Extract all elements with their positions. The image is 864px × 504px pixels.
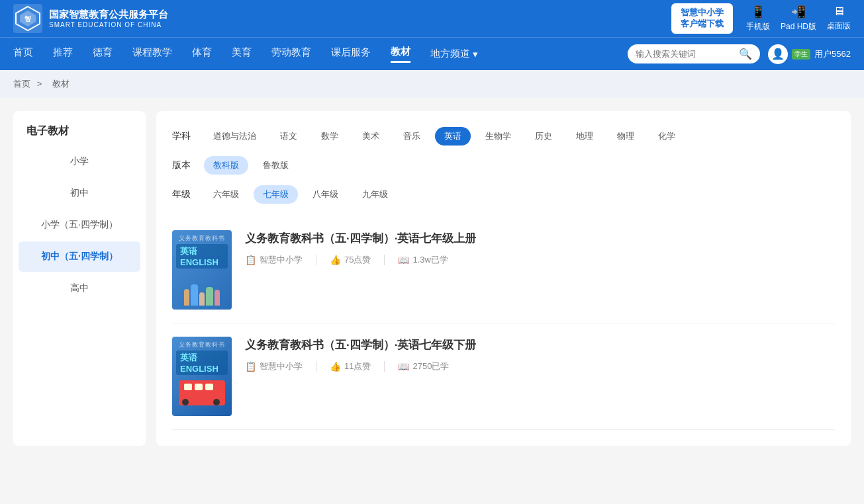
- filter-subject-row: 学科 道德与法治 语文 数学 美术 音乐 英语 生物学 历史 地理 物理 化学: [172, 127, 835, 146]
- search-input[interactable]: [636, 49, 735, 59]
- bus-shape: [179, 380, 225, 405]
- filter-subject-tags: 道德与法治 语文 数学 美术 音乐 英语 生物学 历史 地理 物理 化学: [204, 127, 685, 146]
- book-cover-2[interactable]: 义务教育教科书 英语 ENGLISH: [172, 337, 232, 416]
- logo-icon: 智: [13, 4, 42, 33]
- breadcrumb: 首页 > 教材: [0, 70, 864, 98]
- meta-divider-4: [384, 361, 385, 372]
- nav-arts[interactable]: 美育: [232, 46, 252, 62]
- book-meta-2: 📋 智慧中小学 👍 11点赞 📖 2750已学: [245, 360, 835, 372]
- sidebar: 电子教材 小学 初中 小学（五·四学制） 初中（五·四学制） 高中: [13, 111, 146, 446]
- meta-divider-3: [316, 361, 316, 372]
- book-likes-2: 👍 11点赞: [330, 360, 371, 372]
- tag-chinese[interactable]: 语文: [271, 127, 307, 146]
- avatar: 👤: [768, 44, 788, 64]
- nav-local-channel[interactable]: 地方频道 ▾: [430, 48, 478, 60]
- breadcrumb-home[interactable]: 首页: [13, 79, 30, 89]
- sidebar-item-high[interactable]: 高中: [19, 273, 140, 304]
- mobile-device[interactable]: 📱 手机版: [746, 5, 770, 32]
- pad-device[interactable]: 📲 Pad HD版: [781, 5, 816, 32]
- tag-english[interactable]: 英语: [435, 127, 471, 146]
- book-item-2: 义务教育教科书 英语 ENGLISH: [172, 323, 835, 430]
- filter-subject-label: 学科: [172, 130, 199, 142]
- mobile-icon: 📱: [751, 5, 765, 19]
- tag-grade-6[interactable]: 六年级: [204, 185, 248, 204]
- meta-divider-2: [384, 255, 385, 265]
- book-publisher-1: 📋 智慧中小学: [245, 254, 303, 266]
- breadcrumb-separator: >: [37, 79, 44, 89]
- book-info-2: 义务教育教科书（五·四学制）·英语七年级下册 📋 智慧中小学 👍 11点赞: [245, 337, 835, 372]
- tag-geography[interactable]: 地理: [567, 127, 602, 146]
- main-content: 电子教材 小学 初中 小学（五·四学制） 初中（五·四学制） 高中 学科 道德与…: [0, 98, 864, 459]
- top-right: 智慧中小学 客户端下载 📱 手机版 📲 Pad HD版 🖥 桌面版: [671, 3, 851, 34]
- reads-icon-2: 📖: [398, 361, 409, 372]
- filter-grade-label: 年级: [172, 189, 199, 200]
- tag-lujiao[interactable]: 鲁教版: [254, 156, 298, 175]
- publisher-icon: 📋: [245, 255, 256, 265]
- breadcrumb-current: 教材: [52, 79, 70, 89]
- tag-jiaoke[interactable]: 教科版: [204, 156, 248, 175]
- search-button[interactable]: 🔍: [739, 48, 752, 60]
- tag-moral-law[interactable]: 道德与法治: [204, 127, 265, 146]
- search-box: 🔍: [628, 44, 760, 63]
- nav-textbook[interactable]: 教材: [391, 46, 410, 63]
- likes-icon-2: 👍: [330, 361, 341, 372]
- desktop-device[interactable]: 🖥 桌面版: [827, 5, 851, 32]
- dropdown-arrow-icon: ▾: [473, 48, 478, 60]
- tag-biology[interactable]: 生物学: [476, 127, 520, 146]
- book-meta-1: 📋 智慧中小学 👍 75点赞 📖 1.3w已学: [245, 254, 835, 266]
- tag-history[interactable]: 历史: [526, 127, 561, 146]
- tag-music[interactable]: 音乐: [394, 127, 430, 146]
- pad-icon: 📲: [791, 5, 806, 19]
- filter-edition-tags: 教科版 鲁教版: [204, 156, 298, 175]
- tag-physics[interactable]: 物理: [608, 127, 644, 146]
- filter-grade-row: 年级 六年级 七年级 八年级 九年级: [172, 185, 835, 204]
- tag-grade-9[interactable]: 九年级: [353, 185, 397, 204]
- meta-divider: [316, 255, 316, 265]
- book-title-2[interactable]: 义务教育教科书（五·四学制）·英语七年级下册: [245, 337, 835, 354]
- tag-grade-8[interactable]: 八年级: [303, 185, 348, 204]
- nav-moral[interactable]: 德育: [93, 46, 113, 62]
- tag-math[interactable]: 数学: [312, 127, 348, 146]
- content-panel: 学科 道德与法治 语文 数学 美术 音乐 英语 生物学 历史 地理 物理 化学 …: [156, 111, 851, 446]
- svg-text:智: 智: [24, 15, 31, 22]
- book-reads-2: 📖 2750已学: [398, 360, 449, 372]
- tag-art[interactable]: 美术: [353, 127, 389, 146]
- nav-recommend[interactable]: 推荐: [53, 46, 73, 62]
- book-info-1: 义务教育教科书（五·四学制）·英语七年级上册 📋 智慧中小学 👍 75点赞: [245, 230, 835, 266]
- device-links: 📱 手机版 📲 Pad HD版 🖥 桌面版: [746, 5, 851, 32]
- book-list: 义务教育教科书 英语 ENGLISH: [172, 217, 835, 430]
- user-area: 👤 学生 用户5562: [768, 44, 851, 64]
- nav-home[interactable]: 首页: [13, 46, 33, 62]
- book-reads-1: 📖 1.3w已学: [398, 254, 448, 266]
- user-badge: 学生: [792, 49, 810, 60]
- sidebar-item-middle-54[interactable]: 初中（五·四学制）: [19, 241, 140, 272]
- logo-text: 国家智慧教育公共服务平台 SMART EDUCATION OF CHINA: [49, 8, 168, 30]
- desktop-icon: 🖥: [833, 5, 845, 19]
- publisher-icon-2: 📋: [245, 361, 256, 372]
- sidebar-item-primary[interactable]: 小学: [19, 146, 140, 177]
- username: 用户5562: [814, 48, 851, 60]
- nav-labor[interactable]: 劳动教育: [271, 46, 311, 62]
- tag-chemistry[interactable]: 化学: [649, 127, 685, 146]
- bus-windows: [179, 380, 225, 394]
- sidebar-item-middle[interactable]: 初中: [19, 178, 140, 208]
- nav-links: 首页 推荐 德育 课程教学 体育 美育 劳动教育 课后服务 教材 地方频道 ▾: [13, 46, 478, 63]
- book-title-1[interactable]: 义务教育教科书（五·四学制）·英语七年级上册: [245, 230, 835, 247]
- nav-after-school[interactable]: 课后服务: [331, 46, 371, 62]
- search-area: 🔍 👤 学生 用户5562: [628, 44, 851, 64]
- book-cover-1[interactable]: 义务教育教科书 英语 ENGLISH: [172, 230, 232, 310]
- likes-icon: 👍: [330, 255, 341, 265]
- filter-edition-label: 版本: [172, 159, 199, 171]
- top-header: 智 国家智慧教育公共服务平台 SMART EDUCATION OF CHINA …: [0, 0, 864, 37]
- sidebar-title: 电子教材: [13, 111, 146, 145]
- tag-grade-7[interactable]: 七年级: [254, 185, 298, 204]
- nav-sports[interactable]: 体育: [192, 46, 212, 62]
- sidebar-item-primary-54[interactable]: 小学（五·四学制）: [19, 210, 140, 240]
- reads-icon: 📖: [398, 255, 409, 265]
- book-publisher-2: 📋 智慧中小学: [245, 360, 303, 372]
- nav-course[interactable]: 课程教学: [132, 46, 172, 62]
- download-button[interactable]: 智慧中小学 客户端下载: [671, 3, 733, 34]
- filter-edition-row: 版本 教科版 鲁教版: [172, 156, 835, 175]
- book-item-1: 义务教育教科书 英语 ENGLISH: [172, 217, 835, 323]
- filter-grade-tags: 六年级 七年级 八年级 九年级: [204, 185, 397, 204]
